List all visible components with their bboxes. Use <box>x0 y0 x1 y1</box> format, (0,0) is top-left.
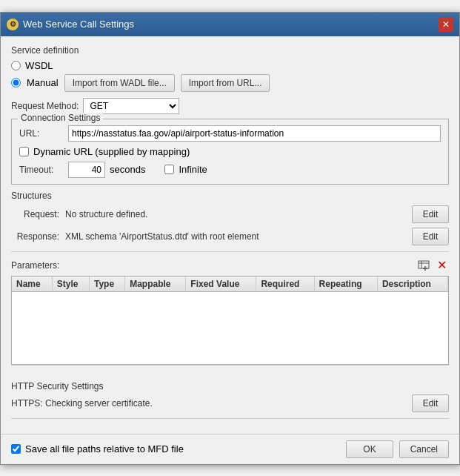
url-input[interactable] <box>68 125 441 142</box>
web-service-call-settings-dialog: ⚙ Web Service Call Settings ✕ Service de… <box>0 12 460 465</box>
manual-radio[interactable] <box>11 78 21 87</box>
wsdl-row: WSDL <box>11 60 449 71</box>
col-style: Style <box>52 277 89 292</box>
manual-row: Manual Import from WADL file... Import f… <box>11 74 449 92</box>
parameters-scrollbar[interactable] <box>11 365 449 375</box>
timeout-unit: seconds <box>110 164 145 175</box>
request-method-label: Request Method: <box>11 101 79 111</box>
save-paths-label: Save all file paths relative to MFD file <box>25 443 184 454</box>
col-required: Required <box>256 277 314 292</box>
connection-settings-group: Connection Settings URL: Dynamic URL (su… <box>11 119 449 185</box>
col-repeating: Repeating <box>314 277 377 292</box>
request-method-row: Request Method: GET POST PUT DELETE <box>11 98 449 114</box>
request-method-select[interactable]: GET POST PUT DELETE <box>83 98 179 114</box>
service-definition-group: WSDL Manual Import from WADL file... Imp… <box>11 60 449 92</box>
close-button[interactable]: ✕ <box>439 17 453 32</box>
url-label: URL: <box>19 128 64 139</box>
request-edit-button[interactable]: Edit <box>412 205 449 223</box>
import-url-button[interactable]: Import from URL... <box>181 74 270 92</box>
timeout-input[interactable] <box>68 162 105 178</box>
col-fixed-value: Fixed Value <box>186 277 256 292</box>
manual-label: Manual <box>27 77 59 88</box>
remove-parameter-button[interactable]: ✕ <box>434 258 449 273</box>
structures-section: Structures Request: No structure defined… <box>11 191 449 245</box>
dynamic-url-row: Dynamic URL (supplied by mapping) <box>19 146 441 157</box>
wsdl-radio[interactable] <box>11 61 21 70</box>
parameters-table-container[interactable]: Name Style Type Mappable Fixed Value Req… <box>11 276 449 365</box>
parameters-label: Parameters: <box>11 260 59 271</box>
dynamic-url-label: Dynamic URL (supplied by mapping) <box>33 146 190 157</box>
service-definition-label: Service definition <box>11 45 449 56</box>
http-security-edit-button[interactable]: Edit <box>412 394 449 412</box>
ok-cancel-row: OK Cancel <box>346 440 449 458</box>
col-name: Name <box>12 277 52 292</box>
wsdl-label: WSDL <box>25 60 53 71</box>
svg-rect-0 <box>419 261 429 268</box>
import-wadl-button[interactable]: Import from WADL file... <box>64 74 175 92</box>
request-structure-row: Request: No structure defined. Edit <box>11 205 449 223</box>
ok-button[interactable]: OK <box>346 440 393 458</box>
https-row: HTTPS: Checking server certificate. Edit <box>11 394 449 412</box>
parameters-toolbar: ✕ <box>416 258 449 273</box>
http-security-section: HTTP Security Settings HTTPS: Checking s… <box>11 381 449 412</box>
request-structure-value: No structure defined. <box>65 209 406 219</box>
dialog-body: Service definition WSDL Manual Import fr… <box>1 36 459 434</box>
divider-1 <box>11 251 449 252</box>
http-security-title: HTTP Security Settings <box>11 381 449 391</box>
divider-2 <box>11 418 449 419</box>
infinite-label: Infinite <box>179 164 207 175</box>
add-parameter-button[interactable] <box>416 258 431 273</box>
save-checkbox-row: Save all file paths relative to MFD file <box>11 443 184 454</box>
timeout-row: Timeout: seconds Infinite <box>19 162 441 178</box>
structures-label: Structures <box>11 191 449 201</box>
https-value: HTTPS: Checking server certificate. <box>11 398 406 409</box>
col-mappable: Mappable <box>125 277 186 292</box>
table-header-row: Name Style Type Mappable Fixed Value Req… <box>12 277 448 292</box>
infinite-checkbox[interactable] <box>164 165 174 174</box>
response-structure-row: Response: XML schema 'AirportStatus.dtd'… <box>11 228 449 245</box>
col-type: Type <box>89 277 124 292</box>
url-row: URL: <box>19 125 441 142</box>
add-parameter-icon <box>418 260 430 271</box>
request-structure-label: Request: <box>11 209 59 219</box>
connection-settings-title: Connection Settings <box>18 113 103 123</box>
response-edit-button[interactable]: Edit <box>412 228 449 245</box>
dynamic-url-checkbox[interactable] <box>19 147 29 156</box>
parameters-header: Parameters: ✕ <box>11 258 449 273</box>
app-icon: ⚙ <box>7 19 19 30</box>
timeout-label: Timeout: <box>19 165 64 175</box>
dialog-title: Web Service Call Settings <box>23 19 134 30</box>
col-description: Description <box>377 277 447 292</box>
title-bar: ⚙ Web Service Call Settings ✕ <box>1 13 459 36</box>
parameters-table: Name Style Type Mappable Fixed Value Req… <box>12 277 448 292</box>
cancel-button[interactable]: Cancel <box>399 440 449 458</box>
save-paths-checkbox[interactable] <box>11 444 21 454</box>
response-structure-label: Response: <box>11 231 59 242</box>
bottom-bar: Save all file paths relative to MFD file… <box>1 434 459 464</box>
response-structure-value: XML schema 'AirportStatus.dtd' with root… <box>65 231 406 242</box>
title-bar-left: ⚙ Web Service Call Settings <box>7 19 134 30</box>
